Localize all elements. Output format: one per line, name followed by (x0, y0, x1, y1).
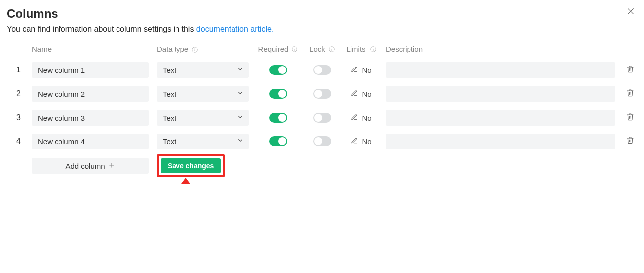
description-input[interactable] (386, 110, 615, 126)
table-header: Name Data type Required Lock Limits Desc (7, 43, 637, 58)
svg-point-13 (373, 47, 373, 48)
pencil-icon (351, 66, 358, 74)
delete-row-button[interactable] (626, 136, 634, 146)
svg-point-10 (331, 47, 332, 48)
delete-row-button[interactable] (626, 89, 634, 99)
limits-value: No (362, 90, 371, 98)
required-toggle[interactable] (269, 136, 287, 146)
save-changes-button[interactable]: Save changes (161, 158, 221, 173)
plus-icon (108, 162, 115, 170)
data-type-select[interactable]: Text (157, 110, 249, 126)
header-limits: Limits (346, 45, 365, 53)
limits-value: No (362, 137, 371, 146)
column-name-input[interactable] (32, 62, 149, 78)
required-toggle[interactable] (269, 89, 287, 99)
description-input[interactable] (386, 86, 615, 102)
header-description: Description (386, 45, 423, 53)
required-toggle[interactable] (269, 113, 287, 123)
annotation-highlight: Save changes (157, 154, 225, 177)
header-datatype: Data type (157, 45, 188, 53)
svg-point-4 (195, 48, 195, 49)
column-name-input[interactable] (32, 86, 149, 102)
delete-row-button[interactable] (626, 113, 634, 123)
data-type-value: Text (163, 90, 176, 98)
lock-toggle[interactable] (313, 65, 331, 75)
subtitle-text: You can find information about column se… (7, 25, 196, 33)
documentation-link[interactable]: documentation article. (196, 25, 274, 33)
row-index: 3 (7, 113, 24, 122)
header-lock: Lock (309, 45, 325, 53)
data-type-select[interactable]: Text (157, 86, 249, 102)
add-column-label: Add column (65, 162, 105, 170)
table-row: 2 Text No (7, 82, 637, 106)
columns-table: Name Data type Required Lock Limits Desc (7, 43, 637, 177)
column-name-input[interactable] (32, 134, 149, 149)
row-index: 2 (7, 89, 24, 98)
svg-marker-16 (164, 178, 208, 184)
data-type-value: Text (163, 137, 176, 146)
limits-button[interactable]: No (351, 114, 371, 122)
close-icon[interactable] (626, 7, 635, 18)
svg-point-7 (294, 47, 295, 48)
limits-button[interactable]: No (351, 137, 371, 146)
description-input[interactable] (386, 134, 615, 149)
chevron-down-icon (237, 137, 244, 146)
lock-toggle[interactable] (313, 89, 331, 99)
chevron-down-icon (237, 66, 244, 74)
lock-toggle[interactable] (313, 113, 331, 123)
info-icon (370, 46, 377, 53)
data-type-value: Text (163, 114, 176, 122)
table-row: 1 Text No (7, 58, 637, 82)
header-required: Required (258, 45, 289, 53)
limits-button[interactable]: No (351, 90, 371, 98)
row-index: 1 (7, 66, 24, 74)
info-icon (328, 46, 335, 53)
column-name-input[interactable] (32, 110, 149, 126)
lock-toggle[interactable] (313, 136, 331, 146)
description-input[interactable] (386, 62, 615, 78)
data-type-select[interactable]: Text (157, 134, 249, 149)
table-row: 3 Text No (7, 106, 637, 130)
header-name: Name (32, 45, 52, 53)
limits-value: No (362, 66, 371, 74)
annotation-arrow-icon (164, 178, 208, 184)
add-column-button[interactable]: Add column (32, 158, 149, 174)
info-icon (291, 46, 298, 53)
table-row: 4 Text No (7, 130, 637, 153)
data-type-value: Text (163, 66, 176, 74)
data-type-select[interactable]: Text (157, 62, 249, 78)
row-index: 4 (7, 137, 24, 146)
limits-value: No (362, 114, 371, 122)
chevron-down-icon (237, 114, 244, 122)
info-icon (191, 46, 198, 53)
pencil-icon (351, 137, 358, 146)
chevron-down-icon (237, 90, 244, 98)
limits-button[interactable]: No (351, 66, 371, 74)
pencil-icon (351, 114, 358, 122)
page-title: Columns (7, 7, 637, 21)
pencil-icon (351, 90, 358, 98)
delete-row-button[interactable] (626, 65, 634, 75)
page-subtitle: You can find information about column se… (7, 25, 637, 34)
required-toggle[interactable] (269, 65, 287, 75)
